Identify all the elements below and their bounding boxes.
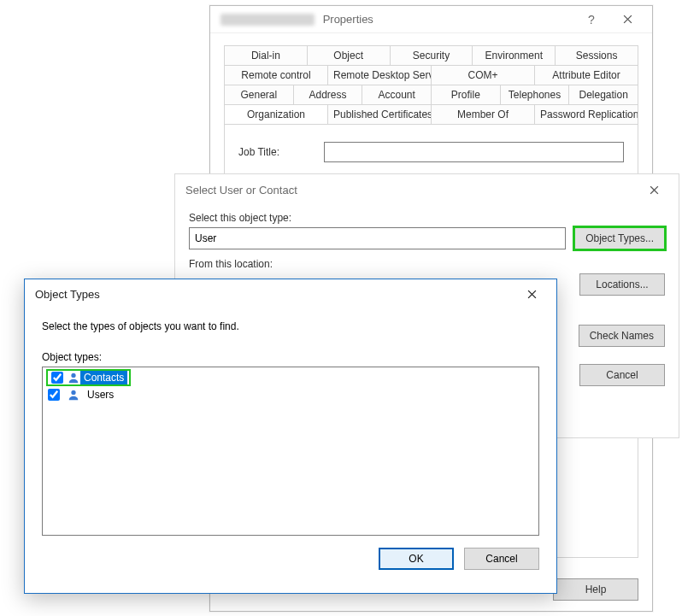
tab-environment[interactable]: Environment xyxy=(473,46,556,66)
object-types-titlebar: Object Types xyxy=(25,279,556,308)
svg-point-0 xyxy=(71,373,75,378)
redacted-name xyxy=(220,14,315,26)
tab-remote-desktop-services-profile[interactable]: Remote Desktop Services Profile xyxy=(328,66,432,85)
object-types-title: Object Types xyxy=(35,288,514,301)
object-types-listbox[interactable]: ContactsUsers xyxy=(42,367,539,536)
locations-button[interactable]: Locations... xyxy=(579,273,665,296)
list-item-label: Contacts xyxy=(80,371,127,384)
object-types-prompt: Select the types of objects you want to … xyxy=(42,320,539,332)
cancel-button[interactable]: Cancel xyxy=(464,548,539,570)
job-title-label: Job Title: xyxy=(238,146,324,158)
ok-button[interactable]: OK xyxy=(379,548,454,570)
properties-title: Properties xyxy=(220,13,573,26)
check-names-button[interactable]: Check Names xyxy=(579,325,665,347)
tab-profile[interactable]: Profile xyxy=(432,85,501,105)
object-types-button[interactable]: Object Types... xyxy=(574,227,665,249)
help-button-bottom[interactable]: Help xyxy=(553,578,638,601)
person-icon xyxy=(67,371,80,384)
tab-address[interactable]: Address xyxy=(294,85,363,105)
tab-attribute-editor[interactable]: Attribute Editor xyxy=(535,66,638,85)
properties-title-suffix: Properties xyxy=(323,13,373,26)
job-title-input[interactable] xyxy=(324,142,624,162)
list-item-label: Users xyxy=(84,388,117,402)
cancel-button[interactable]: Cancel xyxy=(579,364,665,386)
properties-titlebar: Properties ? xyxy=(210,6,652,33)
object-types-dialog: Object Types Select the types of objects… xyxy=(24,279,557,594)
close-icon[interactable] xyxy=(636,178,672,202)
tab-account[interactable]: Account xyxy=(362,85,432,105)
checkbox-users[interactable] xyxy=(48,389,60,401)
select-dialog-titlebar: Select User or Contact xyxy=(175,174,679,205)
checkbox-contacts[interactable] xyxy=(51,372,63,384)
select-dialog-title: Select User or Contact xyxy=(185,184,636,197)
tab-object[interactable]: Object xyxy=(308,46,391,66)
from-location-label: From this location: xyxy=(189,258,665,270)
tab-published-certificates[interactable]: Published Certificates xyxy=(328,105,432,124)
tab-delegation[interactable]: Delegation xyxy=(569,85,638,105)
object-types-list-label: Object types: xyxy=(42,351,539,363)
tab-organization[interactable]: Organization xyxy=(225,105,328,124)
tab-telephones[interactable]: Telephones xyxy=(501,85,570,105)
tab-sessions[interactable]: Sessions xyxy=(556,46,638,66)
tab-dial-in[interactable]: Dial-in xyxy=(225,46,308,66)
close-icon[interactable] xyxy=(609,8,645,32)
person-icon xyxy=(67,388,80,402)
help-button[interactable]: ? xyxy=(573,8,609,32)
close-icon[interactable] xyxy=(514,282,550,306)
tab-general[interactable]: General xyxy=(225,85,294,105)
object-type-label: Select this object type: xyxy=(189,212,665,224)
svg-point-1 xyxy=(71,390,75,395)
tab-remote-control[interactable]: Remote control xyxy=(225,66,328,85)
properties-tab-rows: Dial-inObjectSecurityEnvironmentSessions… xyxy=(225,46,638,125)
list-item-contacts[interactable]: Contacts xyxy=(44,369,537,386)
list-item-users[interactable]: Users xyxy=(44,386,537,403)
tab-member-of[interactable]: Member Of xyxy=(432,105,535,124)
object-type-value: User xyxy=(189,227,566,249)
tab-password-replication[interactable]: Password Replication xyxy=(535,105,638,124)
tab-com-[interactable]: COM+ xyxy=(432,66,535,85)
tab-security[interactable]: Security xyxy=(391,46,473,66)
